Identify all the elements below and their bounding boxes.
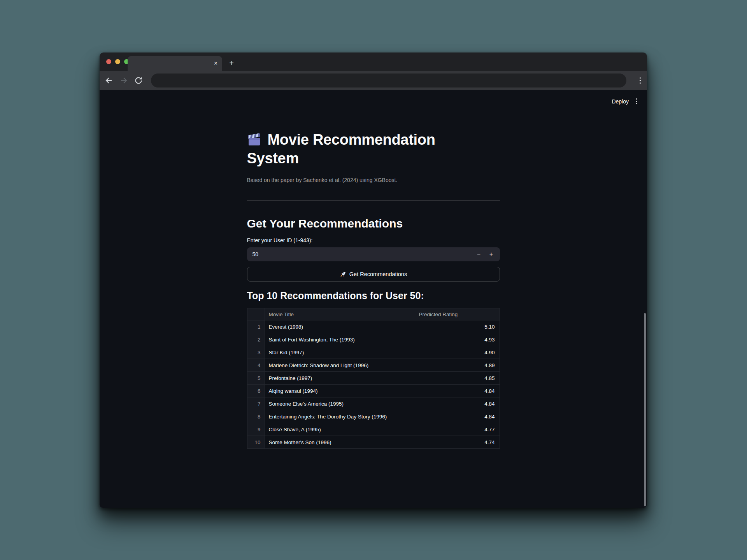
row-index: 8 xyxy=(247,410,265,423)
reload-icon[interactable] xyxy=(134,76,143,85)
table-row: 10 Some Mother's Son (1996) 4.74 xyxy=(247,436,500,449)
row-index: 3 xyxy=(247,346,265,359)
table-row: 3 Star Kid (1997) 4.90 xyxy=(247,346,500,359)
table-row: 6 Aiqing wansui (1994) 4.84 xyxy=(247,385,500,397)
tab-strip: × + xyxy=(100,52,647,71)
row-rating: 4.84 xyxy=(415,397,500,410)
row-rating: 4.84 xyxy=(415,410,500,423)
row-rating: 4.74 xyxy=(415,436,500,449)
deploy-button[interactable]: Deploy xyxy=(612,98,629,105)
user-id-label: Enter your User ID (1-943): xyxy=(247,237,500,243)
browser-window: × + Deploy Movi xyxy=(100,52,647,508)
app-header: Deploy xyxy=(603,90,647,112)
main-content: Movie Recommendation System Based on the… xyxy=(247,90,500,449)
row-rating: 4.84 xyxy=(415,385,500,397)
desktop: × + Deploy Movi xyxy=(0,0,747,560)
recommendations-table-body: 1 Everest (1998) 5.10 2 Saint of Fort Wa… xyxy=(247,320,500,449)
recommendations-table: Movie Title Predicted Rating 1 Everest (… xyxy=(247,308,500,449)
row-rating: 4.85 xyxy=(415,372,500,385)
browser-toolbar xyxy=(100,71,647,90)
page-title: Movie Recommendation System xyxy=(247,131,480,168)
row-title: Aiqing wansui (1994) xyxy=(265,385,415,397)
row-rating: 4.77 xyxy=(415,423,500,436)
row-index: 7 xyxy=(247,397,265,410)
page-scrollbar[interactable] xyxy=(644,313,646,506)
browser-tab[interactable]: × xyxy=(128,56,222,71)
increment-button[interactable]: + xyxy=(485,248,498,261)
header-index xyxy=(247,308,265,320)
caption: Based on the paper by Sachenko et al. (2… xyxy=(247,177,500,183)
minimize-window-button[interactable] xyxy=(115,59,120,64)
row-index: 10 xyxy=(247,436,265,449)
row-title: Everest (1998) xyxy=(265,320,415,333)
window-controls xyxy=(106,59,129,64)
streamlit-app: Deploy Movie Recommendation System Based… xyxy=(100,90,647,508)
row-rating: 4.89 xyxy=(415,359,500,372)
app-menu-icon[interactable] xyxy=(634,96,638,106)
address-bar-input[interactable] xyxy=(151,74,626,88)
row-title: Marlene Dietrich: Shadow and Light (1996… xyxy=(265,359,415,372)
row-title: Saint of Fort Washington, The (1993) xyxy=(265,333,415,346)
results-heading: Top 10 Recommendations for User 50: xyxy=(247,290,500,301)
get-recommendations-label: Get Recommendations xyxy=(349,271,407,277)
browser-menu-icon[interactable] xyxy=(638,75,643,86)
row-title: Someone Else's America (1995) xyxy=(265,397,415,410)
divider xyxy=(247,200,500,201)
header-movie-title: Movie Title xyxy=(265,308,415,320)
user-id-input: − + xyxy=(247,247,500,261)
table-row: 1 Everest (1998) 5.10 xyxy=(247,320,500,333)
row-title: Some Mother's Son (1996) xyxy=(265,436,415,449)
page-title-text: Movie Recommendation System xyxy=(247,131,435,166)
row-index: 2 xyxy=(247,333,265,346)
row-rating: 5.10 xyxy=(415,320,500,333)
row-index: 9 xyxy=(247,423,265,436)
table-row: 7 Someone Else's America (1995) 4.84 xyxy=(247,397,500,410)
section-heading: Get Your Recommendations xyxy=(247,217,500,230)
decrement-button[interactable]: − xyxy=(473,248,485,261)
user-id-value-field[interactable] xyxy=(253,251,473,257)
new-tab-button[interactable]: + xyxy=(226,58,237,68)
rocket-icon xyxy=(340,271,346,278)
forward-icon[interactable] xyxy=(119,76,128,85)
row-rating: 4.93 xyxy=(415,333,500,346)
back-icon[interactable] xyxy=(104,76,114,85)
table-header-row: Movie Title Predicted Rating xyxy=(247,308,500,320)
tab-close-icon[interactable]: × xyxy=(214,60,217,66)
table-row: 5 Prefontaine (1997) 4.85 xyxy=(247,372,500,385)
row-title: Prefontaine (1997) xyxy=(265,372,415,385)
table-row: 8 Entertaining Angels: The Dorothy Day S… xyxy=(247,410,500,423)
row-index: 4 xyxy=(247,359,265,372)
table-row: 2 Saint of Fort Washington, The (1993) 4… xyxy=(247,333,500,346)
get-recommendations-button[interactable]: Get Recommendations xyxy=(247,267,500,282)
row-index: 1 xyxy=(247,320,265,333)
row-title: Entertaining Angels: The Dorothy Day Sto… xyxy=(265,410,415,423)
table-row: 4 Marlene Dietrich: Shadow and Light (19… xyxy=(247,359,500,372)
row-rating: 4.90 xyxy=(415,346,500,359)
row-title: Star Kid (1997) xyxy=(265,346,415,359)
row-index: 6 xyxy=(247,385,265,397)
clapper-board-icon xyxy=(247,132,263,146)
row-index: 5 xyxy=(247,372,265,385)
table-row: 9 Close Shave, A (1995) 4.77 xyxy=(247,423,500,436)
close-window-button[interactable] xyxy=(106,59,111,64)
row-title: Close Shave, A (1995) xyxy=(265,423,415,436)
header-predicted-rating: Predicted Rating xyxy=(415,308,500,320)
